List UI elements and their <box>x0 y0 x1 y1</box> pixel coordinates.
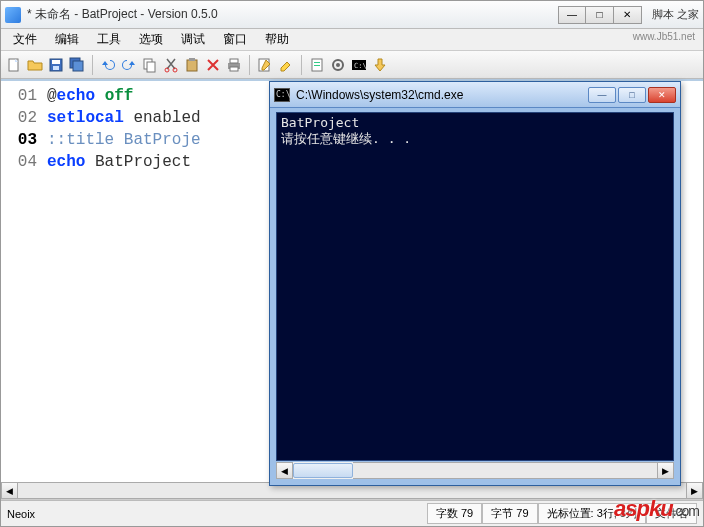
scroll-thumb[interactable] <box>293 463 353 478</box>
report-icon[interactable] <box>308 56 326 74</box>
minimize-button[interactable]: — <box>558 6 586 24</box>
brand-label: 脚本 之家 <box>652 7 699 22</box>
cmd-icon <box>274 88 290 102</box>
svg-rect-4 <box>53 66 59 70</box>
menu-help[interactable]: 帮助 <box>257 29 297 50</box>
highlight-icon[interactable] <box>277 56 295 74</box>
toolbar: C:\ <box>1 51 703 79</box>
menubar: 文件 编辑 工具 选项 调试 窗口 帮助 <box>1 29 703 51</box>
run-cmd-icon[interactable]: C:\ <box>350 56 368 74</box>
options-icon[interactable] <box>329 56 347 74</box>
open-folder-icon[interactable] <box>26 56 44 74</box>
app-icon <box>5 7 21 23</box>
window-controls: — □ ✕ <box>558 6 642 24</box>
statusbar: Neoix 字数 79 字节 79 光标位置: 3行, 3列 文件名 <box>1 500 703 526</box>
menu-options[interactable]: 选项 <box>131 29 171 50</box>
window-title: * 未命名 - BatProject - Version 0.5.0 <box>27 6 558 23</box>
menu-debug[interactable]: 调试 <box>173 29 213 50</box>
svg-rect-14 <box>230 59 238 63</box>
redo-icon[interactable] <box>120 56 138 74</box>
save-icon[interactable] <box>47 56 65 74</box>
svg-rect-11 <box>187 60 197 71</box>
menu-tools[interactable]: 工具 <box>89 29 129 50</box>
maximize-button[interactable]: □ <box>586 6 614 24</box>
scroll-track[interactable] <box>353 462 657 479</box>
cmd-close-button[interactable]: ✕ <box>648 87 676 103</box>
line-number: 01 <box>9 85 37 107</box>
status-wordcount: 字数 79 <box>427 503 482 524</box>
cmd-hscrollbar[interactable]: ◀ ▶ <box>276 462 674 479</box>
svg-rect-15 <box>230 67 238 71</box>
close-button[interactable]: ✕ <box>614 6 642 24</box>
menu-edit[interactable]: 编辑 <box>47 29 87 50</box>
undo-icon[interactable] <box>99 56 117 74</box>
svg-text:C:\: C:\ <box>354 62 367 70</box>
cut-icon[interactable] <box>162 56 180 74</box>
execute-icon[interactable] <box>371 56 389 74</box>
new-file-icon[interactable] <box>5 56 23 74</box>
svg-point-21 <box>336 63 340 67</box>
svg-rect-3 <box>52 60 60 64</box>
save-all-icon[interactable] <box>68 56 86 74</box>
line-number: 02 <box>9 107 37 129</box>
scroll-left-icon[interactable]: ◀ <box>1 482 18 499</box>
edit-icon[interactable] <box>256 56 274 74</box>
svg-rect-12 <box>189 58 195 61</box>
print-icon[interactable] <box>225 56 243 74</box>
cmd-line: BatProject <box>281 115 669 130</box>
menu-file[interactable]: 文件 <box>5 29 45 50</box>
cmd-window[interactable]: C:\Windows\system32\cmd.exe — □ ✕ BatPro… <box>269 81 681 486</box>
cmd-title: C:\Windows\system32\cmd.exe <box>296 88 588 102</box>
scroll-left-icon[interactable]: ◀ <box>276 462 293 479</box>
cmd-maximize-button[interactable]: □ <box>618 87 646 103</box>
status-author: Neoix <box>7 508 35 520</box>
copy-icon[interactable] <box>141 56 159 74</box>
cmd-titlebar[interactable]: C:\Windows\system32\cmd.exe — □ ✕ <box>270 82 680 108</box>
cmd-window-controls: — □ ✕ <box>588 87 676 103</box>
status-bytes: 字节 79 <box>482 503 537 524</box>
line-number: 03 <box>9 129 37 151</box>
watermark: aspku.com <box>614 496 699 522</box>
cmd-line: 请按任意键继续. . . <box>281 130 669 148</box>
svg-rect-18 <box>314 62 320 63</box>
delete-icon[interactable] <box>204 56 222 74</box>
line-number: 04 <box>9 151 37 173</box>
svg-rect-8 <box>147 62 155 72</box>
scroll-right-icon[interactable]: ▶ <box>657 462 674 479</box>
menu-window[interactable]: 窗口 <box>215 29 255 50</box>
window-titlebar: * 未命名 - BatProject - Version 0.5.0 — □ ✕… <box>1 1 703 29</box>
svg-rect-19 <box>314 65 320 66</box>
cmd-output[interactable]: BatProject 请按任意键继续. . . <box>276 112 674 461</box>
svg-rect-6 <box>73 61 83 71</box>
paste-icon[interactable] <box>183 56 201 74</box>
cmd-minimize-button[interactable]: — <box>588 87 616 103</box>
brand-url: www.Jb51.net <box>633 31 695 42</box>
